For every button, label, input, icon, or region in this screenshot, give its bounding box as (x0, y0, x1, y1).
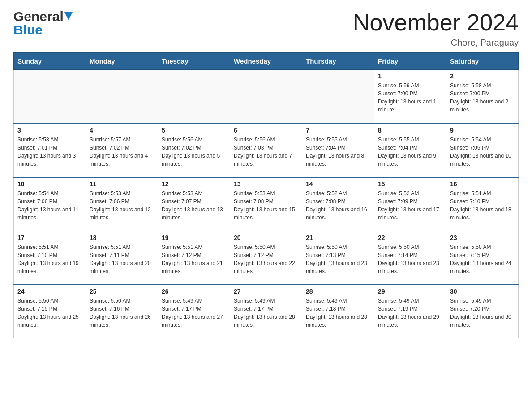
calendar-day-cell: 28Sunrise: 5:49 AMSunset: 7:18 PMDayligh… (302, 285, 374, 338)
day-number: 23 (450, 234, 515, 241)
location: Chore, Paraguay (353, 38, 519, 48)
day-number: 3 (17, 127, 82, 134)
day-number: 26 (162, 288, 226, 295)
day-number: 19 (162, 234, 226, 241)
day-number: 1 (378, 73, 442, 80)
calendar-day-cell: 27Sunrise: 5:49 AMSunset: 7:17 PMDayligh… (230, 285, 302, 338)
calendar-day-cell: 24Sunrise: 5:50 AMSunset: 7:15 PMDayligh… (14, 285, 86, 338)
calendar-day-cell: 17Sunrise: 5:51 AMSunset: 7:10 PMDayligh… (14, 231, 86, 285)
day-info: Sunrise: 5:49 AMSunset: 7:19 PMDaylight:… (378, 297, 442, 329)
day-info: Sunrise: 5:59 AMSunset: 7:00 PMDaylight:… (378, 81, 442, 114)
calendar-day-cell: 2Sunrise: 5:58 AMSunset: 7:00 PMDaylight… (446, 70, 519, 124)
calendar-header-tuesday: Tuesday (158, 53, 230, 70)
calendar-day-cell: 4Sunrise: 5:57 AMSunset: 7:02 PMDaylight… (86, 124, 158, 177)
calendar-day-cell (14, 70, 86, 124)
day-info: Sunrise: 5:52 AMSunset: 7:08 PMDaylight:… (306, 189, 370, 222)
calendar-day-cell: 6Sunrise: 5:56 AMSunset: 7:03 PMDaylight… (230, 124, 302, 177)
logo-blue-text: Blue (13, 22, 43, 38)
calendar-day-cell: 12Sunrise: 5:53 AMSunset: 7:07 PMDayligh… (158, 177, 230, 231)
calendar-table: SundayMondayTuesdayWednesdayThursdayFrid… (13, 52, 519, 338)
calendar-week-row: 3Sunrise: 5:58 AMSunset: 7:01 PMDaylight… (14, 124, 519, 177)
day-number: 29 (378, 288, 442, 295)
day-info: Sunrise: 5:51 AMSunset: 7:10 PMDaylight:… (450, 189, 515, 222)
calendar-day-cell: 5Sunrise: 5:56 AMSunset: 7:02 PMDaylight… (158, 124, 230, 177)
calendar-header-friday: Friday (374, 53, 446, 70)
calendar-day-cell (302, 70, 374, 124)
calendar-day-cell: 20Sunrise: 5:50 AMSunset: 7:12 PMDayligh… (230, 231, 302, 285)
page-header: General Blue November 2024 Chore, Paragu… (13, 9, 519, 48)
day-info: Sunrise: 5:58 AMSunset: 7:01 PMDaylight:… (17, 136, 82, 168)
day-info: Sunrise: 5:51 AMSunset: 7:11 PMDaylight:… (90, 243, 154, 275)
calendar-day-cell: 13Sunrise: 5:53 AMSunset: 7:08 PMDayligh… (230, 177, 302, 231)
calendar-day-cell: 25Sunrise: 5:50 AMSunset: 7:16 PMDayligh… (86, 285, 158, 338)
title-section: November 2024 Chore, Paraguay (353, 9, 519, 48)
day-number: 25 (90, 288, 154, 295)
day-number: 8 (378, 127, 442, 134)
calendar-day-cell: 7Sunrise: 5:55 AMSunset: 7:04 PMDaylight… (302, 124, 374, 177)
svg-marker-0 (64, 12, 73, 20)
day-info: Sunrise: 5:55 AMSunset: 7:04 PMDaylight:… (378, 136, 442, 168)
day-number: 11 (90, 180, 154, 188)
day-info: Sunrise: 5:50 AMSunset: 7:12 PMDaylight:… (234, 243, 298, 275)
calendar-week-row: 24Sunrise: 5:50 AMSunset: 7:15 PMDayligh… (14, 285, 519, 338)
month-title: November 2024 (353, 9, 519, 36)
day-info: Sunrise: 5:49 AMSunset: 7:17 PMDaylight:… (234, 297, 298, 329)
day-info: Sunrise: 5:49 AMSunset: 7:17 PMDaylight:… (162, 297, 226, 329)
calendar-header-row: SundayMondayTuesdayWednesdayThursdayFrid… (14, 53, 519, 70)
calendar-day-cell (158, 70, 230, 124)
day-number: 10 (17, 180, 82, 188)
day-number: 5 (162, 127, 226, 134)
day-number: 18 (90, 234, 154, 241)
calendar-day-cell: 1Sunrise: 5:59 AMSunset: 7:00 PMDaylight… (374, 70, 446, 124)
day-number: 17 (17, 234, 82, 241)
calendar-day-cell: 8Sunrise: 5:55 AMSunset: 7:04 PMDaylight… (374, 124, 446, 177)
day-number: 22 (378, 234, 442, 241)
day-info: Sunrise: 5:56 AMSunset: 7:03 PMDaylight:… (234, 136, 298, 168)
calendar-day-cell: 16Sunrise: 5:51 AMSunset: 7:10 PMDayligh… (446, 177, 519, 231)
day-info: Sunrise: 5:51 AMSunset: 7:12 PMDaylight:… (162, 243, 226, 275)
day-info: Sunrise: 5:54 AMSunset: 7:05 PMDaylight:… (450, 136, 515, 168)
calendar-day-cell: 15Sunrise: 5:52 AMSunset: 7:09 PMDayligh… (374, 177, 446, 231)
calendar-week-row: 10Sunrise: 5:54 AMSunset: 7:06 PMDayligh… (14, 177, 519, 231)
calendar-week-row: 17Sunrise: 5:51 AMSunset: 7:10 PMDayligh… (14, 231, 519, 285)
day-info: Sunrise: 5:53 AMSunset: 7:06 PMDaylight:… (90, 189, 154, 222)
calendar-day-cell: 11Sunrise: 5:53 AMSunset: 7:06 PMDayligh… (86, 177, 158, 231)
calendar-header-sunday: Sunday (14, 53, 86, 70)
calendar-day-cell: 18Sunrise: 5:51 AMSunset: 7:11 PMDayligh… (86, 231, 158, 285)
day-info: Sunrise: 5:51 AMSunset: 7:10 PMDaylight:… (17, 243, 82, 275)
day-info: Sunrise: 5:50 AMSunset: 7:15 PMDaylight:… (450, 243, 515, 275)
day-number: 16 (450, 180, 515, 188)
day-number: 12 (162, 180, 226, 188)
day-number: 2 (450, 73, 515, 80)
calendar-day-cell: 3Sunrise: 5:58 AMSunset: 7:01 PMDaylight… (14, 124, 86, 177)
day-number: 20 (234, 234, 298, 241)
calendar-header-saturday: Saturday (446, 53, 519, 70)
day-info: Sunrise: 5:54 AMSunset: 7:06 PMDaylight:… (17, 189, 82, 222)
day-info: Sunrise: 5:53 AMSunset: 7:08 PMDaylight:… (234, 189, 298, 222)
logo-triangle-icon (64, 12, 74, 22)
day-info: Sunrise: 5:49 AMSunset: 7:18 PMDaylight:… (306, 297, 370, 329)
calendar-day-cell: 21Sunrise: 5:50 AMSunset: 7:13 PMDayligh… (302, 231, 374, 285)
calendar-week-row: 1Sunrise: 5:59 AMSunset: 7:00 PMDaylight… (14, 70, 519, 124)
day-number: 24 (17, 288, 82, 295)
day-number: 6 (234, 127, 298, 134)
calendar-day-cell: 19Sunrise: 5:51 AMSunset: 7:12 PMDayligh… (158, 231, 230, 285)
calendar-day-cell: 9Sunrise: 5:54 AMSunset: 7:05 PMDaylight… (446, 124, 519, 177)
day-number: 7 (306, 127, 370, 134)
day-number: 21 (306, 234, 370, 241)
day-number: 4 (90, 127, 154, 134)
day-info: Sunrise: 5:53 AMSunset: 7:07 PMDaylight:… (162, 189, 226, 222)
day-number: 14 (306, 180, 370, 188)
day-info: Sunrise: 5:50 AMSunset: 7:16 PMDaylight:… (90, 297, 154, 329)
day-info: Sunrise: 5:52 AMSunset: 7:09 PMDaylight:… (378, 189, 442, 222)
day-info: Sunrise: 5:50 AMSunset: 7:14 PMDaylight:… (378, 243, 442, 275)
calendar-header-monday: Monday (86, 53, 158, 70)
logo: General Blue (13, 9, 74, 38)
day-number: 9 (450, 127, 515, 134)
day-number: 15 (378, 180, 442, 188)
calendar-day-cell: 14Sunrise: 5:52 AMSunset: 7:08 PMDayligh… (302, 177, 374, 231)
day-info: Sunrise: 5:58 AMSunset: 7:00 PMDaylight:… (450, 81, 515, 114)
day-number: 28 (306, 288, 370, 295)
day-info: Sunrise: 5:50 AMSunset: 7:13 PMDaylight:… (306, 243, 370, 275)
day-number: 13 (234, 180, 298, 188)
